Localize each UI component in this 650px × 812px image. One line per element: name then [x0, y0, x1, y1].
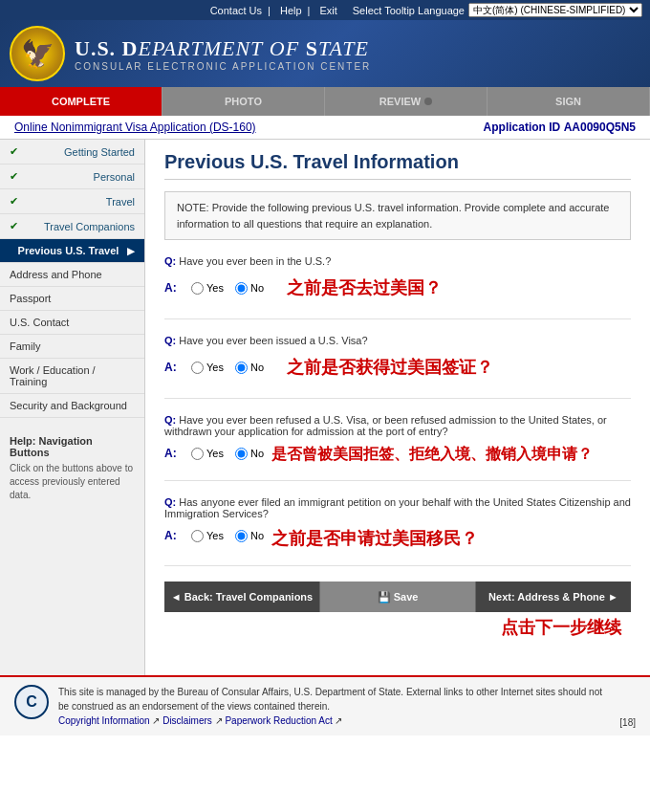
- help-link[interactable]: Help: [280, 5, 302, 16]
- q1-annotation: 之前是否去过美国？: [287, 276, 442, 299]
- q3-no-radio[interactable]: [235, 448, 248, 460]
- qa-section-1: Q: Have you ever been in the U.S.? A: Ye…: [164, 255, 631, 319]
- top-bar: Contact Us | Help | Exit Select Tooltip …: [0, 0, 650, 20]
- radio-group-4: Yes No: [191, 530, 264, 542]
- q1-no-label[interactable]: No: [235, 282, 264, 295]
- radio-group-3: Yes No: [191, 448, 264, 460]
- contact-link[interactable]: Contact Us: [210, 5, 262, 16]
- back-button[interactable]: ◄ Back: Travel Companions: [164, 582, 320, 612]
- footer-text: This site is managed by the Bureau of Co…: [58, 685, 610, 728]
- question-4: Q: Has anyone ever filed an immigrant pe…: [164, 496, 631, 519]
- answer-row-3: A: Yes No: [164, 447, 264, 460]
- app-center-subtitle: Consular Electronic Application Center: [75, 61, 640, 72]
- form-name: Online Nonimmigrant Visa Application (DS…: [14, 121, 256, 134]
- sidebar-item-personal[interactable]: Personal: [0, 165, 144, 189]
- department-name: U.S. Department of State: [75, 36, 640, 61]
- question-2: Q: Have you ever been issued a U.S. Visa…: [164, 335, 631, 346]
- sidebar-item-passport[interactable]: Passport: [0, 287, 144, 311]
- sidebar-item-getting-started[interactable]: Getting Started: [0, 140, 144, 165]
- sidebar: Getting Started Personal Travel Travel C…: [0, 140, 145, 675]
- q4-yes-radio[interactable]: [191, 530, 204, 542]
- tab-review[interactable]: REVIEW: [325, 87, 488, 116]
- app-id-bar: Online Nonimmigrant Visa Application (DS…: [0, 116, 650, 140]
- chinese-next-hint: 点击下一步继续: [164, 612, 631, 643]
- sidebar-item-work-education[interactable]: Work / Education / Training: [0, 359, 144, 394]
- sidebar-item-us-contact[interactable]: U.S. Contact: [0, 311, 144, 335]
- q3-no-label[interactable]: No: [235, 448, 264, 460]
- answer-row-1: A: Yes No 之前是否去过美国？: [164, 273, 631, 303]
- main-layout: Getting Started Personal Travel Travel C…: [0, 140, 650, 675]
- help-title: Help: Navigation Buttons: [10, 435, 135, 458]
- next-button[interactable]: Next: Address & Phone ►: [476, 582, 631, 612]
- qa-section-2: Q: Have you ever been issued a U.S. Visa…: [164, 335, 631, 399]
- q4-no-label[interactable]: No: [235, 530, 264, 542]
- q2-no-radio[interactable]: [235, 362, 248, 374]
- q4-annotation: 之前是否申请过美国移民？: [271, 527, 478, 550]
- application-id: Application ID AA0090Q5N5: [484, 121, 636, 134]
- tab-complete[interactable]: COMPLETE: [0, 87, 162, 116]
- copyright-link[interactable]: Copyright Information: [58, 715, 150, 726]
- q4-yes-label[interactable]: Yes: [191, 530, 224, 542]
- radio-group-1: Yes No: [191, 282, 264, 295]
- q2-annotation: 之前是否获得过美国签证？: [287, 356, 493, 379]
- sidebar-help: Help: Navigation Buttons Click on the bu…: [0, 426, 144, 512]
- qa-section-4: Q: Has anyone ever filed an immigrant pe…: [164, 496, 631, 566]
- q1-no-radio[interactable]: [235, 282, 248, 295]
- q1-yes-radio[interactable]: [191, 282, 204, 295]
- paperwork-link[interactable]: Paperwork Reduction Act: [225, 715, 332, 726]
- footer: C This site is managed by the Bureau of …: [0, 675, 650, 735]
- disclaimers-link[interactable]: Disclaimers: [162, 715, 212, 726]
- creative-commons-icon: C: [14, 685, 49, 719]
- q1-yes-label[interactable]: Yes: [191, 282, 224, 295]
- sidebar-item-address-phone[interactable]: Address and Phone: [0, 263, 144, 287]
- q2-yes-label[interactable]: Yes: [191, 362, 224, 374]
- bottom-nav: ◄ Back: Travel Companions 💾 Save Next: A…: [164, 582, 631, 612]
- sidebar-item-security[interactable]: Security and Background: [0, 394, 144, 418]
- q3-annotation: 是否曾被美国拒签、拒绝入境、撤销入境申请？: [271, 445, 593, 465]
- q2-no-label[interactable]: No: [235, 362, 264, 374]
- answer-row-2: A: Yes No 之前是否获得过美国签证？: [164, 352, 631, 383]
- tab-sign[interactable]: SIGN: [488, 87, 650, 116]
- exit-link[interactable]: Exit: [319, 5, 336, 16]
- header: 🦅 U.S. Department of State Consular Elec…: [0, 20, 650, 87]
- sidebar-item-travel[interactable]: Travel: [0, 189, 144, 214]
- q3-yes-radio[interactable]: [191, 448, 204, 460]
- q4-no-radio[interactable]: [235, 530, 248, 542]
- tab-photo[interactable]: PHOTO: [162, 87, 325, 116]
- qa-section-3: Q: Have you ever been refused a U.S. Vis…: [164, 414, 631, 481]
- footer-count: [18]: [619, 717, 636, 728]
- sidebar-item-travel-companions[interactable]: Travel Companions: [0, 214, 144, 239]
- help-text: Click on the buttons above to access pre…: [10, 462, 135, 502]
- save-button[interactable]: 💾 Save: [320, 582, 476, 612]
- question-1: Q: Have you ever been in the U.S.?: [164, 255, 631, 267]
- sidebar-item-family[interactable]: Family: [0, 335, 144, 359]
- radio-group-2: Yes No: [191, 362, 264, 374]
- note-box: NOTE: Provide the following previous U.S…: [164, 191, 631, 240]
- q3-yes-label[interactable]: Yes: [191, 448, 224, 460]
- sidebar-item-previous-us-travel[interactable]: Previous U.S. Travel ▶: [0, 239, 144, 263]
- content-area: Previous U.S. Travel Information NOTE: P…: [145, 140, 650, 675]
- q2-yes-radio[interactable]: [191, 362, 204, 374]
- page-title: Previous U.S. Travel Information: [164, 151, 631, 180]
- language-select[interactable]: 中文(简体) (CHINESE-SIMPLIFIED): [468, 3, 642, 17]
- question-3: Q: Have you ever been refused a U.S. Vis…: [164, 414, 631, 437]
- nav-tabs: COMPLETE PHOTO REVIEW SIGN: [0, 87, 650, 116]
- seal-icon: 🦅: [10, 26, 65, 81]
- header-title: U.S. Department of State Consular Electr…: [75, 36, 640, 72]
- answer-row-4: A: Yes No: [164, 529, 264, 542]
- arrow-icon: ▶: [127, 246, 135, 256]
- lang-label: Select Tooltip Language: [353, 5, 465, 16]
- review-dot: [424, 98, 432, 105]
